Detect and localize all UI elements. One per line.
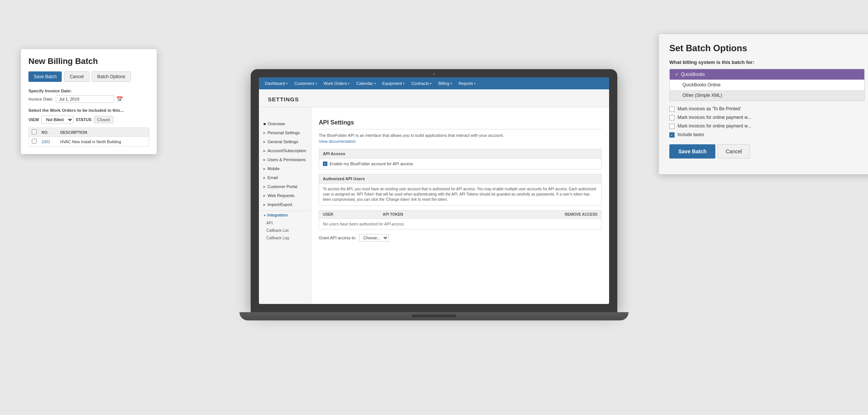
laptop-shell: Dashboard ▾ Customers ▾ Work Orders ▾ Ca…	[251, 69, 617, 346]
laptop-screen: Dashboard ▾ Customers ▾ Work Orders ▾ Ca…	[259, 77, 609, 304]
api-table-header: USER API TOKEN REMOVE ACCESS	[319, 210, 602, 219]
chevron-down-icon: ▾	[474, 82, 476, 85]
option-quickbooks-online[interactable]: QuickBooks Online	[670, 80, 864, 90]
nav-dashboard[interactable]: Dashboard ▾	[262, 80, 291, 87]
cancel-button[interactable]: Cancel	[64, 71, 89, 82]
cancel-final-button[interactable]: Cancel	[718, 144, 750, 159]
option-online-payment-2: Mark invoices for online payment w...	[669, 123, 865, 129]
filter-row: VIEW Not Billed STATUS Closed	[28, 116, 149, 124]
batch-options-button[interactable]: Batch Options	[92, 71, 131, 82]
nav-customers[interactable]: Customers ▾	[291, 80, 320, 87]
view-docs-link[interactable]: View documentation	[319, 139, 602, 144]
nav-equipment[interactable]: Equipment ▾	[379, 80, 408, 87]
sidebar-item-email[interactable]: ▶ Email	[259, 173, 311, 182]
arrow-icon: ▶	[263, 140, 266, 144]
nav-contracts[interactable]: Contracts ▾	[408, 80, 434, 87]
chevron-down-icon: ▾	[450, 82, 452, 85]
arrow-icon: ▶	[263, 194, 266, 197]
sidebar-item-overview[interactable]: ■ Overview	[259, 119, 311, 128]
option-to-be-printed: Mark invoices as 'To Be Printed'	[669, 106, 865, 112]
online-payment-2-checkbox[interactable]	[669, 124, 675, 129]
sidebar-item-mobile[interactable]: ▶ Mobile	[259, 164, 311, 173]
settings-main: API Settings The BlueFolder API is an in…	[311, 89, 609, 304]
enable-api-label: Enable my BlueFolder account for API acc…	[330, 162, 413, 166]
arrow-icon: ▶	[263, 185, 266, 188]
select-orders-label: Select the Work Orders to be included in…	[28, 108, 149, 113]
settings-header: SETTINGS	[259, 89, 609, 107]
sidebar-item-web-requests[interactable]: ▶ Web Requests	[259, 191, 311, 200]
option-quickbooks[interactable]: ✓ QuickBooks	[670, 69, 864, 80]
billing-system-dropdown: ✓ QuickBooks QuickBooks Online Other (Si…	[669, 69, 865, 101]
arrow-icon: ▶	[263, 176, 266, 179]
invoice-date-section-label: Specify Invoice Date:	[28, 89, 149, 93]
set-batch-options-overlay: Set Batch Options What billing system is…	[658, 34, 868, 175]
arrow-icon: ▶	[263, 158, 266, 162]
invoice-date-label: Invoice Date:	[28, 97, 54, 101]
check-icon: ✓	[675, 72, 679, 77]
chevron-down-icon: ▾	[430, 82, 431, 85]
arrow-icon: ▶	[263, 167, 266, 170]
sidebar-item-users[interactable]: ▶ Users & Permissions	[259, 155, 311, 164]
status-value: Closed	[94, 116, 113, 123]
authorized-users-header: Authorized API Users	[319, 174, 602, 184]
api-settings-title: API Settings	[319, 119, 602, 129]
row-checkbox[interactable]	[32, 139, 37, 144]
sidebar-sub-api[interactable]: API	[259, 219, 311, 227]
sidebar-sub-callback-list[interactable]: Callback List	[259, 227, 311, 234]
new-billing-batch-overlay: New Billing Batch Save Batch Cancel Batc…	[21, 49, 157, 154]
chevron-down-icon: ▾	[403, 82, 404, 85]
nav-calendar[interactable]: Calendar ▾	[353, 80, 379, 87]
nav-billing[interactable]: Billing ▾	[435, 80, 455, 87]
enable-api-row: ✓ Enable my BlueFolder account for API a…	[323, 162, 597, 166]
settings-title: SETTINGS	[268, 96, 299, 102]
arrow-down-icon: ▼	[263, 214, 266, 217]
nav-reports[interactable]: Reports ▾	[456, 80, 479, 87]
option-other-xml[interactable]: Other (Simple XML)	[670, 90, 864, 101]
overlay-left-btn-row: Save Batch Cancel Batch Options	[28, 71, 149, 82]
sidebar-item-general[interactable]: ▶ General Settings	[259, 137, 311, 146]
chevron-down-icon: ▾	[315, 82, 317, 85]
sidebar-item-customer-portal[interactable]: ▶ Customer Portal	[259, 182, 311, 191]
chevron-down-icon: ▾	[348, 82, 349, 85]
enable-api-checkbox[interactable]: ✓	[323, 162, 327, 166]
arrow-icon: ▶	[263, 203, 266, 206]
sidebar-sub-callback-log[interactable]: Callback Log	[259, 234, 311, 242]
online-payment-1-checkbox[interactable]	[669, 115, 675, 120]
api-access-header: API Access	[319, 149, 602, 159]
select-all-checkbox[interactable]	[32, 129, 37, 134]
arrow-icon: ▶	[263, 131, 266, 135]
taxes-checkbox[interactable]: ✓	[669, 132, 675, 138]
chevron-down-icon: ▾	[286, 82, 288, 85]
save-batch-button[interactable]: Save Batch	[28, 71, 62, 82]
sidebar-section-integration[interactable]: ▼ Integration	[259, 210, 311, 219]
grant-label: Grant API access to:	[319, 236, 356, 240]
printed-checkbox[interactable]	[669, 107, 675, 112]
chevron-down-icon: ▾	[374, 82, 376, 85]
work-orders-table-header: NO. DESCRIPTION	[28, 127, 149, 137]
sidebar-item-personal[interactable]: ▶ Personal Settings	[259, 128, 311, 137]
api-table-body: No users have been authorized for API ac…	[319, 219, 602, 230]
work-order-description: HVAC New Install in North Building	[60, 139, 146, 144]
authorized-users-desc: To access the API, you must have an exis…	[319, 184, 602, 206]
nav-work-orders[interactable]: Work Orders ▾	[321, 80, 352, 87]
sidebar-item-import[interactable]: ▶ Import/Export	[259, 200, 311, 209]
view-select[interactable]: Not Billed	[41, 116, 73, 124]
table-row: 1001 HVAC New Install in North Building	[28, 137, 149, 147]
bullet-icon: ■	[263, 122, 266, 126]
arrow-icon: ▶	[263, 149, 266, 153]
api-description: The BlueFolder API is an interface that …	[319, 133, 602, 138]
invoice-date-row: Invoice Date: 📅	[28, 95, 149, 103]
overlay-right-btn-row: Save Batch Cancel	[669, 144, 865, 159]
nav-bar: Dashboard ▾ Customers ▾ Work Orders ▾ Ca…	[259, 77, 609, 89]
laptop-base	[239, 312, 629, 320]
work-order-number[interactable]: 1001	[42, 139, 56, 144]
overlay-right-title: Set Batch Options	[669, 43, 865, 53]
sidebar-item-account[interactable]: ▶ Account/Subscription	[259, 146, 311, 155]
camera-icon	[433, 73, 435, 75]
save-batch-final-button[interactable]: Save Batch	[669, 144, 715, 159]
calendar-icon[interactable]: 📅	[116, 96, 123, 102]
option-include-taxes: ✓ Include taxes	[669, 132, 865, 138]
grant-row: Grant API access to: Choose...	[319, 234, 602, 242]
invoice-date-input[interactable]	[56, 95, 114, 103]
grant-select[interactable]: Choose...	[359, 234, 389, 242]
